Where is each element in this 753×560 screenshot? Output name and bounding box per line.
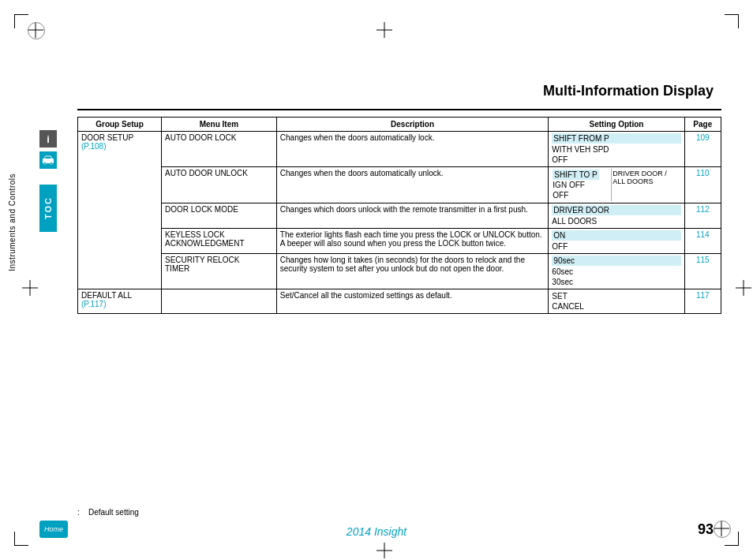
footnote-text: Default setting bbox=[88, 508, 139, 517]
setting-door-lock-mode: DRIVER DOOR ALL DOORS bbox=[549, 203, 684, 229]
menu-auto-door-unlock: AUTO DOOR UNLOCK bbox=[162, 167, 277, 203]
setting-auto-door-unlock: SHIFT TO P IGN OFF OFF DRIVER DOOR /ALL … bbox=[549, 167, 684, 203]
table-row: DEFAULT ALL (P.117) Set/Cancel all the c… bbox=[78, 289, 721, 314]
footnote-symbol: : bbox=[77, 508, 80, 517]
menu-default-all bbox=[162, 289, 277, 314]
page-security-relock[interactable]: 115 bbox=[684, 254, 721, 289]
desc-auto-door-lock: Changes when the doors automatically loc… bbox=[276, 132, 549, 167]
svg-point-1 bbox=[44, 162, 47, 165]
sidebar: i TOC Instruments and Controls bbox=[0, 0, 62, 560]
table-row: SECURITY RELOCKTIMER Changes how long it… bbox=[78, 254, 721, 289]
setting-auto-door-lock: SHIFT FROM P WITH VEH SPD OFF bbox=[549, 132, 684, 167]
page-number: 93 bbox=[698, 521, 714, 538]
svg-point-2 bbox=[51, 162, 53, 165]
section-label: Instruments and Controls bbox=[8, 174, 17, 271]
col-header-menu: Menu Item bbox=[162, 118, 277, 132]
title-rule bbox=[77, 109, 721, 110]
group-default-all: DEFAULT ALL (P.117) bbox=[78, 289, 162, 314]
menu-auto-door-lock: AUTO DOOR LOCK bbox=[162, 132, 277, 167]
table-container: Group Setup Menu Item Description Settin… bbox=[77, 117, 721, 314]
col-header-desc: Description bbox=[276, 118, 549, 132]
desc-security-relock: Changes how long it takes (in seconds) f… bbox=[276, 254, 549, 289]
col-header-group: Group Setup bbox=[78, 118, 162, 132]
page-auto-door-lock[interactable]: 109 bbox=[684, 132, 721, 167]
desc-keyless-lock: The exterior lights flash each time you … bbox=[276, 229, 549, 254]
default-all-link[interactable]: (P.117) bbox=[81, 300, 107, 308]
door-setup-link[interactable]: (P.108) bbox=[81, 142, 107, 151]
desc-auto-door-unlock: Changes when the doors automatically unl… bbox=[276, 167, 549, 203]
footnote-area: : Default setting bbox=[77, 502, 721, 517]
setting-security-relock: 90sec 60sec 30sec bbox=[549, 254, 684, 289]
info-icon[interactable]: i bbox=[39, 130, 57, 147]
menu-security-relock: SECURITY RELOCKTIMER bbox=[162, 254, 277, 289]
footnote: : Default setting bbox=[77, 508, 721, 517]
toc-button[interactable]: TOC bbox=[39, 185, 57, 232]
group-door-setup: DOOR SETUP (P.108) bbox=[78, 132, 162, 289]
main-content: Multi-Information Display Group Setup Me… bbox=[62, 0, 753, 560]
page-title: Multi-Information Display bbox=[543, 83, 714, 99]
page-keyless-lock[interactable]: 114 bbox=[684, 229, 721, 254]
menu-keyless-lock: KEYLESS LOCKACKNOWLEDGMENT bbox=[162, 229, 277, 254]
col-header-page: Page bbox=[684, 118, 721, 132]
table-row: DOOR SETUP (P.108) AUTO DOOR LOCK Change… bbox=[78, 132, 721, 167]
menu-door-lock-mode: DOOR LOCK MODE bbox=[162, 203, 277, 229]
setting-keyless-lock: ON OFF bbox=[549, 229, 684, 254]
bottom-title: 2014 Insight bbox=[347, 525, 406, 538]
car-icon[interactable] bbox=[39, 151, 57, 169]
desc-door-lock-mode: Changes which doors unlock with the remo… bbox=[276, 203, 549, 229]
page-auto-door-unlock[interactable]: 110 bbox=[684, 167, 721, 203]
page-door-lock-mode[interactable]: 112 bbox=[684, 203, 721, 229]
col-header-setting: Setting Option bbox=[549, 118, 684, 132]
desc-default-all: Set/Cancel all the customized settings a… bbox=[276, 289, 549, 314]
setting-default-all: SET CANCEL bbox=[549, 289, 684, 314]
table-row: DOOR LOCK MODE Changes which doors unloc… bbox=[78, 203, 721, 229]
table-row: KEYLESS LOCKACKNOWLEDGMENT The exterior … bbox=[78, 229, 721, 254]
table-row: AUTO DOOR UNLOCK Changes when the doors … bbox=[78, 167, 721, 203]
settings-table: Group Setup Menu Item Description Settin… bbox=[77, 117, 721, 314]
home-button[interactable]: Home bbox=[39, 521, 68, 538]
page-default-all[interactable]: 117 bbox=[684, 289, 721, 314]
